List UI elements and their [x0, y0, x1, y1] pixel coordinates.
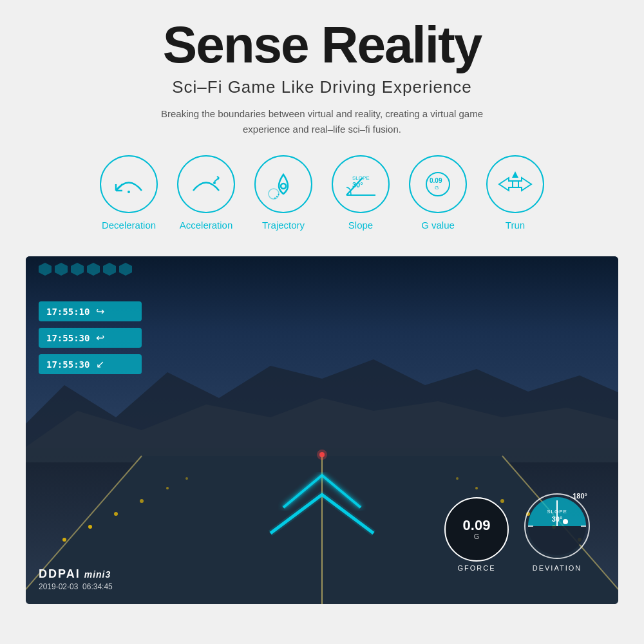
event-item-2: 17:55:30 ↩: [39, 328, 142, 348]
svg-point-26: [185, 477, 188, 480]
deviation-label: DEVIATION: [533, 564, 582, 572]
gforce-wrapper: 0.09 G GFORCE: [444, 497, 509, 572]
top-section: Sense Reality Sci–Fi Game Like Driving E…: [0, 0, 644, 256]
svg-point-23: [114, 512, 118, 516]
svg-text:30°: 30°: [552, 515, 563, 523]
event-time-3: 17:55:30: [46, 359, 90, 370]
svg-point-24: [140, 499, 144, 503]
features-row: Deceleration Acceleration: [39, 155, 605, 231]
trun-label: Trun: [506, 220, 525, 231]
brand-name: DDPAI mini3: [39, 567, 113, 581]
dashcam-wrapper: 17:55:10 ↪ 17:55:30 ↩ 17:55:30 ↙ 0.09 G …: [0, 256, 644, 604]
main-title: Sense Reality: [39, 19, 605, 71]
event-icon-2: ↩: [96, 332, 104, 344]
gvalue-label: G value: [421, 220, 455, 231]
svg-line-0: [116, 184, 122, 191]
event-icon-1: ↪: [96, 305, 104, 317]
description: Breaking the boundaries between virtual …: [142, 106, 502, 137]
slope-icon: SLOPE 30°: [343, 168, 379, 200]
deceleration-label: Deceleration: [102, 220, 156, 231]
svg-point-31: [475, 487, 478, 489]
feature-gvalue: 0.09 G G value: [409, 155, 467, 231]
svg-text:0.09: 0.09: [430, 177, 442, 184]
event-time-2: 17:55:30: [46, 333, 90, 343]
feature-slope: SLOPE 30° Slope: [332, 155, 390, 231]
event-item-3: 17:55:30 ↙: [39, 354, 142, 374]
brand-watermark: DDPAI mini3 2019-02-03 06:34:45: [39, 567, 113, 591]
gforce-label: GFORCE: [457, 564, 495, 572]
hex-pattern: [39, 263, 132, 276]
deceleration-circle: [100, 155, 158, 213]
svg-point-4: [213, 182, 216, 184]
svg-point-25: [166, 487, 169, 489]
trun-circle: [486, 155, 544, 213]
dashcam-section: 17:55:10 ↪ 17:55:30 ↩ 17:55:30 ↙ 0.09 G …: [26, 256, 618, 604]
gforce-unit: G: [474, 533, 480, 540]
deviation-svg: SLOPE 30°: [522, 491, 592, 562]
gforce-value: 0.09: [463, 518, 491, 533]
svg-point-32: [456, 477, 459, 480]
brand-datetime: 2019-02-03 06:34:45: [39, 582, 113, 591]
svg-point-37: [563, 519, 568, 524]
svg-point-12: [426, 173, 450, 196]
gvalue-icon: 0.09 G: [421, 168, 456, 200]
event-icon-3: ↙: [96, 358, 104, 370]
svg-point-21: [62, 538, 66, 542]
gvalue-circle: 0.09 G: [409, 155, 467, 213]
trajectory-icon: [267, 168, 299, 200]
slope-label: Slope: [348, 220, 373, 231]
acceleration-circle: [177, 155, 235, 213]
feature-trun: Trun: [486, 155, 544, 231]
svg-text:G: G: [435, 185, 439, 191]
gforce-display: 0.09 G: [444, 497, 509, 562]
acceleration-icon: [190, 171, 222, 197]
timeline-events: 17:55:10 ↪ 17:55:30 ↩ 17:55:30 ↙: [39, 301, 142, 374]
subtitle: Sci–Fi Game Like Driving Experience: [39, 77, 605, 97]
trajectory-label: Trajectory: [262, 220, 305, 231]
svg-point-34: [317, 450, 327, 460]
hud-bottom: 0.09 G GFORCE 180°: [444, 491, 592, 572]
feature-acceleration: Acceleration: [177, 155, 235, 231]
feature-deceleration: Deceleration: [100, 155, 158, 231]
deviation-wrapper: 180° SLO: [522, 491, 592, 572]
svg-point-9: [269, 189, 279, 199]
trun-icon: [496, 168, 535, 200]
svg-point-3: [128, 191, 130, 193]
svg-text:SLOPE: SLOPE: [547, 509, 567, 515]
deviation-180: 180°: [573, 492, 587, 500]
event-time-1: 17:55:10: [46, 307, 90, 317]
svg-point-22: [88, 525, 92, 529]
trajectory-circle: [254, 155, 312, 213]
feature-trajectory: Trajectory: [254, 155, 312, 231]
svg-point-8: [281, 184, 286, 189]
deviation-gauge: 180° SLO: [522, 491, 592, 562]
acceleration-label: Acceleration: [180, 220, 233, 231]
slope-circle: SLOPE 30°: [332, 155, 390, 213]
deceleration-icon: [113, 171, 145, 197]
event-item-1: 17:55:10 ↪: [39, 301, 142, 321]
